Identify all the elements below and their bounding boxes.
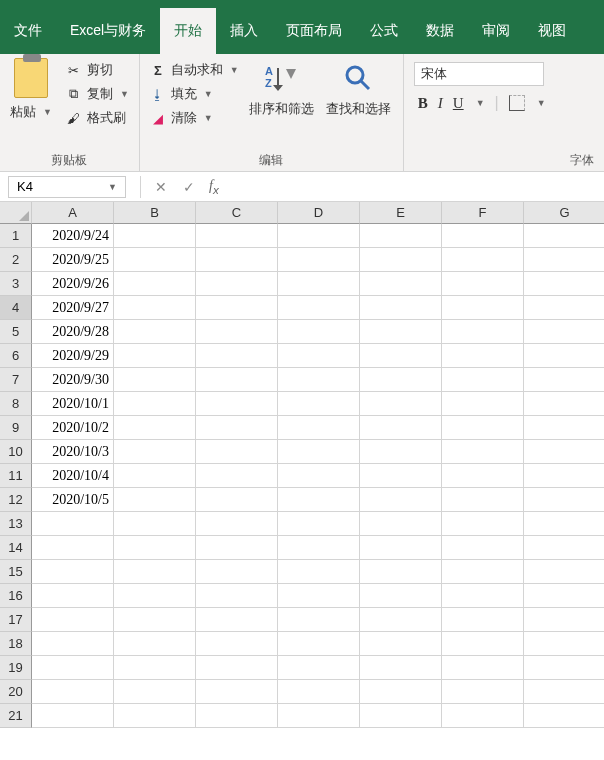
- row-header[interactable]: 5: [0, 320, 32, 344]
- cell[interactable]: [442, 392, 524, 416]
- tab-insert[interactable]: 插入: [216, 8, 272, 54]
- cell[interactable]: [524, 608, 604, 632]
- cell[interactable]: [114, 464, 196, 488]
- cell[interactable]: [196, 680, 278, 704]
- cell[interactable]: [442, 320, 524, 344]
- cell[interactable]: [524, 560, 604, 584]
- row-header[interactable]: 20: [0, 680, 32, 704]
- cell[interactable]: [278, 296, 360, 320]
- cell[interactable]: [196, 368, 278, 392]
- row-header[interactable]: 6: [0, 344, 32, 368]
- cell[interactable]: [442, 248, 524, 272]
- cell[interactable]: [114, 344, 196, 368]
- cell[interactable]: [114, 584, 196, 608]
- cell[interactable]: [196, 224, 278, 248]
- row-header[interactable]: 11: [0, 464, 32, 488]
- cell[interactable]: 2020/9/26: [32, 272, 114, 296]
- cell[interactable]: [278, 488, 360, 512]
- cell[interactable]: [278, 344, 360, 368]
- cell[interactable]: [524, 392, 604, 416]
- cell[interactable]: [278, 224, 360, 248]
- cell[interactable]: [278, 584, 360, 608]
- cell[interactable]: [196, 488, 278, 512]
- cell[interactable]: [196, 440, 278, 464]
- cell[interactable]: [278, 392, 360, 416]
- paste-icon[interactable]: [14, 58, 48, 98]
- cell[interactable]: [114, 416, 196, 440]
- cell[interactable]: [196, 536, 278, 560]
- cell[interactable]: [278, 656, 360, 680]
- accept-formula-button[interactable]: ✓: [175, 179, 203, 195]
- cell[interactable]: [196, 344, 278, 368]
- cell[interactable]: [442, 368, 524, 392]
- cell[interactable]: [114, 368, 196, 392]
- cell[interactable]: [360, 416, 442, 440]
- cell[interactable]: [524, 584, 604, 608]
- cell[interactable]: [114, 248, 196, 272]
- cell[interactable]: [442, 560, 524, 584]
- row-header[interactable]: 8: [0, 392, 32, 416]
- cell[interactable]: [32, 536, 114, 560]
- cell[interactable]: [360, 488, 442, 512]
- cancel-formula-button[interactable]: ✕: [147, 179, 175, 195]
- tab-home[interactable]: 开始: [160, 8, 216, 54]
- bold-button[interactable]: B: [418, 95, 428, 112]
- cell[interactable]: [196, 392, 278, 416]
- cell[interactable]: [360, 608, 442, 632]
- cut-button[interactable]: ✂ 剪切: [62, 58, 133, 82]
- cell[interactable]: [114, 608, 196, 632]
- cell[interactable]: [524, 512, 604, 536]
- cell[interactable]: [114, 392, 196, 416]
- cell[interactable]: [32, 632, 114, 656]
- cell[interactable]: 2020/9/29: [32, 344, 114, 368]
- cell[interactable]: [524, 656, 604, 680]
- cell[interactable]: [360, 272, 442, 296]
- cell[interactable]: [278, 368, 360, 392]
- cell[interactable]: 2020/9/25: [32, 248, 114, 272]
- cell[interactable]: [114, 320, 196, 344]
- cell[interactable]: [442, 656, 524, 680]
- cell[interactable]: [196, 248, 278, 272]
- cell[interactable]: [196, 560, 278, 584]
- font-name-select[interactable]: 宋体: [414, 62, 544, 86]
- cell[interactable]: [360, 464, 442, 488]
- cell[interactable]: [114, 488, 196, 512]
- cell[interactable]: [196, 272, 278, 296]
- cell[interactable]: [278, 464, 360, 488]
- cell[interactable]: [442, 224, 524, 248]
- cell[interactable]: [360, 632, 442, 656]
- column-header[interactable]: B: [114, 202, 196, 224]
- cell[interactable]: [442, 632, 524, 656]
- underline-button[interactable]: U: [453, 95, 464, 112]
- cell[interactable]: [360, 512, 442, 536]
- cell[interactable]: [524, 632, 604, 656]
- cell[interactable]: [524, 704, 604, 728]
- cell[interactable]: [360, 296, 442, 320]
- tab-formulas[interactable]: 公式: [356, 8, 412, 54]
- cell[interactable]: [278, 560, 360, 584]
- cell[interactable]: 2020/9/30: [32, 368, 114, 392]
- cell[interactable]: [32, 680, 114, 704]
- cell[interactable]: [114, 536, 196, 560]
- cell[interactable]: [196, 656, 278, 680]
- cell[interactable]: [360, 368, 442, 392]
- cell[interactable]: [524, 488, 604, 512]
- column-header[interactable]: G: [524, 202, 604, 224]
- cell[interactable]: [524, 368, 604, 392]
- cell[interactable]: [442, 416, 524, 440]
- cell[interactable]: [114, 560, 196, 584]
- column-header[interactable]: F: [442, 202, 524, 224]
- cell[interactable]: [360, 320, 442, 344]
- italic-button[interactable]: I: [438, 95, 443, 112]
- cell[interactable]: [360, 656, 442, 680]
- cell[interactable]: 2020/10/3: [32, 440, 114, 464]
- cell[interactable]: [114, 440, 196, 464]
- cell[interactable]: [114, 296, 196, 320]
- row-header[interactable]: 9: [0, 416, 32, 440]
- cell[interactable]: [524, 344, 604, 368]
- tab-review[interactable]: 审阅: [468, 8, 524, 54]
- cell[interactable]: [278, 320, 360, 344]
- fill-button[interactable]: ⭳ 填充▼: [146, 82, 243, 106]
- cell[interactable]: [278, 608, 360, 632]
- column-header[interactable]: D: [278, 202, 360, 224]
